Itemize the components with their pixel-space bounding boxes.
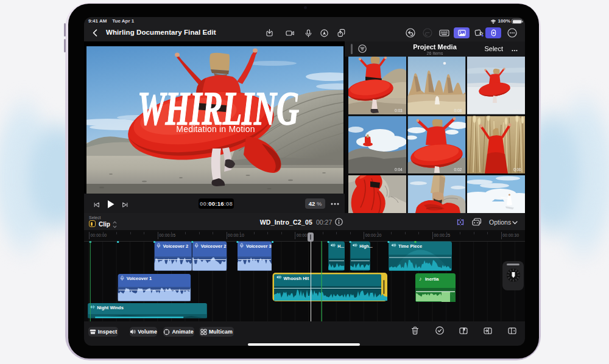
svg-text:0:08: 0:08 <box>454 108 462 113</box>
svg-text:Whoosh Hit: Whoosh Hit <box>284 276 309 281</box>
svg-text:Inertia: Inertia <box>425 276 439 282</box>
svg-text:0:02: 0:02 <box>454 167 462 172</box>
svg-text:♪: ♪ <box>419 276 422 282</box>
svg-text:Voiceover 1: Voiceover 1 <box>127 276 152 281</box>
svg-text:Voiceover 2: Voiceover 2 <box>201 243 227 249</box>
svg-text:Night Winds: Night Winds <box>97 305 124 310</box>
svg-text:High...: High... <box>359 244 372 249</box>
svg-text:H...: H... <box>337 244 344 248</box>
svg-text:Time Piece: Time Piece <box>398 243 422 249</box>
svg-text:Voiceover 3: Voiceover 3 <box>246 243 272 249</box>
svg-text:0:10: 0:10 <box>513 108 521 113</box>
svg-text:0:03: 0:03 <box>395 108 403 113</box>
svg-text:0:04: 0:04 <box>395 167 403 172</box>
svg-text:0:06: 0:06 <box>513 167 521 172</box>
svg-text:Meditation in Motion: Meditation in Motion <box>176 124 255 134</box>
svg-text:Voiceover 2: Voiceover 2 <box>163 243 189 249</box>
